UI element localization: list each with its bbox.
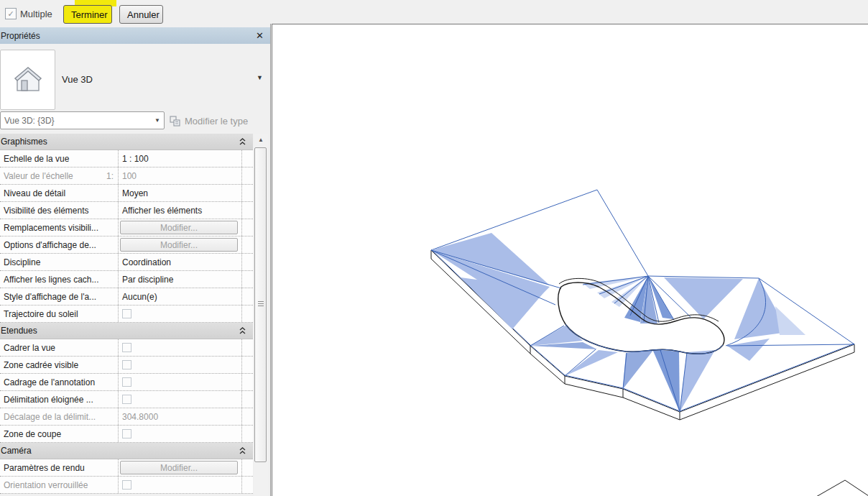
property-row-cadrage-de-l-annotation: Cadrage de l'annotation — [0, 374, 253, 391]
type-name: Vue 3D — [62, 74, 93, 85]
checkbox[interactable] — [122, 343, 131, 352]
type-combo-value: Vue 3D: {3D} — [1, 116, 151, 126]
multiple-label: Multiple — [20, 9, 52, 19]
chevron-down-icon[interactable]: ▼ — [257, 74, 263, 81]
section-header-etendues[interactable]: Etendues — [0, 323, 253, 339]
collapse-chevron-icon[interactable] — [239, 138, 246, 145]
scrollbar[interactable]: ▲ — [254, 134, 268, 496]
property-value-cell[interactable] — [119, 374, 242, 390]
property-label: Discipline — [0, 254, 119, 270]
property-row-zone-cadree-visible: Zone cadrée visible — [0, 357, 253, 374]
edit-type-button[interactable]: Modifier le type — [170, 112, 248, 129]
section-label: Graphismes — [0, 137, 47, 147]
section-header-graphismes[interactable]: Graphismes — [0, 134, 253, 150]
property-value-cell[interactable]: Modifier... — [119, 236, 242, 253]
roof-fragment — [816, 480, 868, 496]
row-filler — [242, 339, 253, 356]
row-filler — [242, 408, 253, 425]
row-filler — [242, 306, 253, 322]
property-value-cell[interactable]: Modifier... — [119, 219, 242, 236]
property-value-cell[interactable] — [119, 426, 242, 442]
thumb-grip-icon — [258, 301, 264, 308]
modify-button[interactable]: Modifier... — [120, 221, 238, 234]
checkbox[interactable] — [122, 480, 131, 490]
property-row-cadrer-la-vue: Cadrer la vue — [0, 339, 253, 357]
property-value-cell[interactable]: Aucun(e) — [119, 288, 242, 305]
property-value-cell[interactable]: 100 — [119, 167, 242, 184]
property-value[interactable]: Moyen — [122, 188, 148, 198]
property-value-cell[interactable] — [119, 391, 242, 408]
property-value[interactable]: Par discipline — [122, 275, 173, 285]
edit-type-label: Modifier le type — [185, 116, 248, 127]
property-value-cell[interactable]: 304.8000 — [119, 408, 242, 425]
property-value-cell[interactable]: Coordination — [119, 254, 242, 270]
property-value-cell[interactable]: Afficher les éléments — [119, 202, 242, 219]
property-value-cell[interactable] — [119, 357, 242, 373]
multiple-checkbox[interactable]: ✓ — [5, 8, 17, 19]
row-filler — [242, 167, 253, 184]
scrollbar-thumb[interactable] — [254, 147, 267, 462]
property-row-trajectoire-du-soleil: Trajectoire du soleil — [0, 306, 253, 323]
property-value[interactable]: 1 : 100 — [122, 154, 149, 164]
type-combo-row: Vue 3D: {3D} ▼ Modifier le type — [0, 111, 270, 130]
property-value-cell[interactable] — [119, 306, 242, 322]
property-label: Afficher les lignes cach... — [0, 271, 119, 288]
property-value-cell[interactable]: 1 : 100 — [119, 150, 242, 167]
property-row-zone-de-coupe: Zone de coupe — [0, 426, 253, 443]
type-combobox[interactable]: Vue 3D: {3D} ▼ — [0, 111, 165, 129]
property-value-cell[interactable]: Modifier... — [119, 459, 242, 476]
modify-button[interactable]: Modifier... — [120, 238, 238, 252]
checkbox[interactable] — [122, 309, 131, 318]
property-value-cell[interactable]: Moyen — [119, 185, 242, 201]
roof-opening-bottom-edge — [565, 324, 723, 354]
checkbox[interactable] — [122, 429, 131, 438]
row-filler — [242, 150, 253, 167]
properties-panel: Propriétés ✕ Vue 3D ▼ Vue 3D: {3D} ▼ Mod — [0, 24, 271, 496]
property-label: Style d'affichage de l'a... — [0, 288, 119, 305]
section-label: Etendues — [0, 326, 37, 336]
row-filler — [242, 185, 253, 201]
property-label: Orientation verrouillée — [0, 477, 119, 493]
panel-title: Propriétés — [0, 31, 40, 41]
property-value-cell[interactable] — [119, 477, 242, 493]
checkbox[interactable] — [122, 377, 131, 387]
row-filler — [242, 459, 253, 476]
chevron-down-icon[interactable]: ▼ — [151, 117, 164, 124]
collapse-chevron-icon[interactable] — [239, 327, 246, 334]
check-icon: ✓ — [7, 10, 14, 18]
checkbox[interactable] — [122, 395, 131, 404]
property-label: Délimitation éloignée ... — [0, 391, 119, 408]
property-row-niveau-de-detail: Niveau de détailMoyen — [0, 185, 253, 202]
row-filler — [242, 477, 253, 493]
row-filler — [242, 202, 253, 219]
property-value[interactable]: 100 — [122, 171, 137, 181]
row-filler — [242, 236, 253, 253]
3d-viewport[interactable] — [272, 24, 868, 496]
type-icon-box — [0, 50, 55, 110]
modify-button[interactable]: Modifier... — [120, 461, 238, 474]
property-label: Echelle de la vue — [0, 150, 119, 167]
property-value[interactable]: Aucun(e) — [122, 292, 157, 302]
property-row-discipline: DisciplineCoordination — [0, 254, 253, 271]
row-filler — [242, 254, 253, 270]
row-filler — [242, 391, 253, 408]
property-value[interactable]: Afficher les éléments — [122, 206, 202, 216]
row-filler — [242, 357, 253, 373]
section-header-camera[interactable]: Caméra — [0, 443, 253, 459]
scroll-up-icon[interactable]: ▲ — [254, 134, 268, 145]
checkbox[interactable] — [122, 360, 131, 369]
property-value-cell[interactable] — [119, 339, 242, 356]
panel-header: Propriétés ✕ — [0, 27, 270, 44]
property-value-cell[interactable]: Par discipline — [119, 271, 242, 288]
annuler-button[interactable]: Annuler — [119, 5, 163, 24]
property-value[interactable]: 304.8000 — [122, 412, 158, 422]
property-table: GraphismesEchelle de la vue1 : 100Valeur… — [0, 134, 253, 494]
property-value[interactable]: Coordination — [122, 257, 171, 267]
row-filler — [242, 219, 253, 236]
terminer-button[interactable]: Terminer — [63, 5, 112, 24]
type-selector[interactable]: Vue 3D ▼ — [0, 44, 270, 110]
property-label: Trajectoire du soleil — [0, 306, 119, 322]
close-icon[interactable]: ✕ — [256, 31, 264, 40]
collapse-chevron-icon[interactable] — [239, 447, 246, 454]
property-label: Cadrage de l'annotation — [0, 374, 119, 390]
